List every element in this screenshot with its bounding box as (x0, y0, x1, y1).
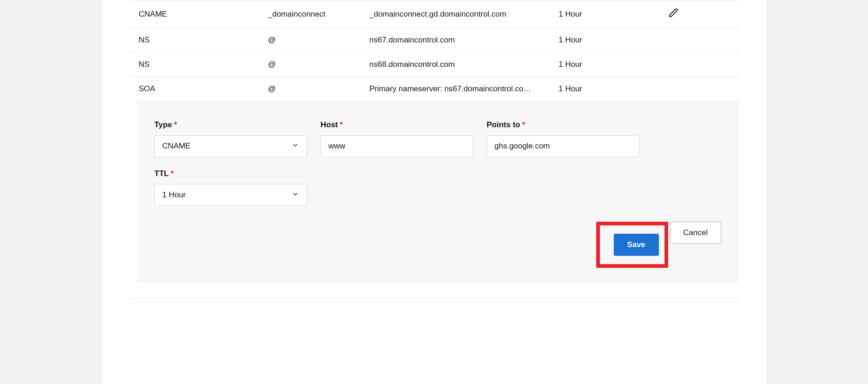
record-type: NS (130, 35, 268, 45)
table-row: NS @ ns67.domaincontrol.com 1 Hour (130, 28, 739, 52)
record-type: SOA (130, 84, 268, 94)
chevron-down-icon (292, 190, 299, 200)
type-select[interactable]: CNAME (155, 135, 307, 157)
host-input[interactable] (321, 135, 473, 157)
table-row: CNAME _domainconnect _domainconnect.gd.d… (130, 0, 739, 28)
chevron-down-icon (292, 142, 299, 151)
table-row: NS @ ns68.domaincontrol.com 1 Hour (130, 52, 739, 77)
record-ttl: 1 Hour (559, 84, 656, 94)
save-button[interactable]: Save (614, 234, 659, 256)
record-value: _domainconnect.gd.domaincontrol.com (370, 10, 559, 19)
record-type: NS (130, 60, 268, 69)
record-ttl: 1 Hour (559, 35, 656, 45)
host-label: Host* (321, 120, 473, 130)
page-background: CNAME _domainconnect _domainconnect.gd.d… (0, 0, 868, 384)
points-to-label: Points to* (487, 120, 639, 130)
dns-records-table: CNAME _domainconnect _domainconnect.gd.d… (130, 0, 739, 101)
divider (130, 298, 739, 299)
points-to-input[interactable] (487, 135, 639, 157)
record-host: @ (268, 60, 370, 69)
record-value: ns67.domaincontrol.com (370, 35, 559, 45)
table-row: SOA @ Primary nameserver: ns67.domaincon… (130, 77, 739, 101)
ttl-label: TTL* (155, 169, 307, 178)
record-value: Primary nameserver: ns67.domaincontrol.c… (370, 84, 559, 94)
record-host: _domainconnect (268, 10, 370, 19)
record-host: @ (268, 35, 370, 45)
type-select-value: CNAME (162, 142, 191, 151)
record-ttl: 1 Hour (559, 10, 656, 19)
add-record-form: Type* CNAME Host* (137, 101, 739, 283)
record-ttl: 1 Hour (559, 60, 656, 69)
save-highlight-box: Save (596, 222, 668, 268)
cancel-button[interactable]: Cancel (670, 222, 721, 244)
record-type: CNAME (130, 10, 268, 19)
dns-management-panel: CNAME _domainconnect _domainconnect.gd.d… (102, 0, 766, 384)
type-label: Type* (155, 120, 307, 130)
pencil-icon[interactable] (669, 8, 679, 18)
ttl-select-value: 1 Hour (162, 190, 186, 200)
record-host: @ (268, 84, 370, 94)
record-value: ns68.domaincontrol.com (370, 60, 559, 69)
ttl-select[interactable]: 1 Hour (155, 184, 307, 206)
